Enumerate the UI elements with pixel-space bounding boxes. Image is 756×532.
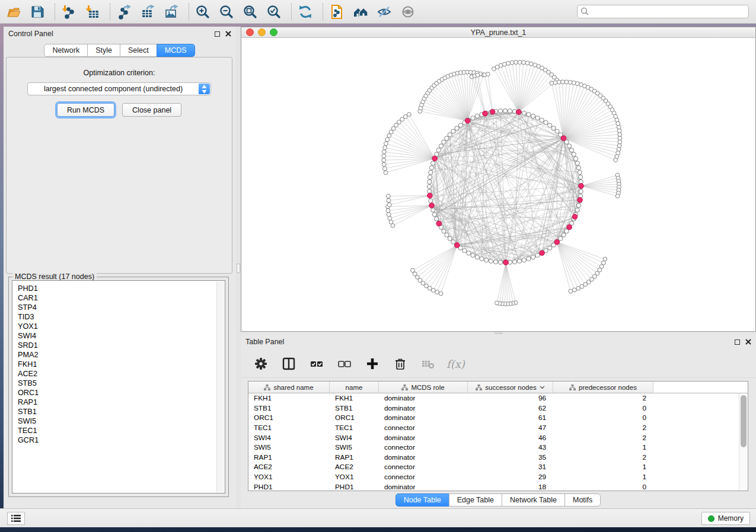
cell-successor-nodes: 96	[468, 394, 553, 402]
export-network-icon[interactable]	[116, 4, 132, 20]
mcds-result-item[interactable]: PMA2	[18, 350, 225, 360]
optimization-criterion-label: Optimization criterion:	[7, 69, 232, 77]
control-panel: Control Panel NetworkStyleSelectMCDS Opt…	[4, 27, 236, 508]
cell-successor-nodes: 35	[468, 453, 553, 462]
table-scrollbar-thumb[interactable]	[741, 395, 747, 447]
mcds-result-item[interactable]: STB1	[18, 407, 225, 416]
document-network-icon[interactable]	[329, 4, 344, 20]
mcds-result-item[interactable]: GCR1	[18, 435, 225, 445]
table-row[interactable]: FKH1FKH1dominator962	[248, 393, 748, 403]
export-image-icon[interactable]	[164, 4, 179, 20]
eye-slash-icon[interactable]	[377, 4, 392, 20]
main-toolbar	[0, 0, 756, 24]
floppy-save-icon[interactable]	[30, 4, 45, 20]
list-icon	[11, 514, 21, 523]
splitter-grip[interactable]	[237, 264, 240, 273]
search-input[interactable]	[577, 5, 749, 18]
cell-name: YOX1	[330, 473, 379, 481]
cell-MCDS-role: connector	[379, 424, 468, 432]
memory-button[interactable]: Memory	[701, 512, 750, 525]
tab-network[interactable]: Network	[44, 44, 88, 57]
network-window-titlebar[interactable]: YPA_prune.txt_1	[241, 27, 755, 38]
mcds-result-item[interactable]: STB5	[18, 379, 225, 388]
criterion-dropdown[interactable]: largest connected component (undirected)	[27, 82, 211, 95]
add-column-icon[interactable]	[365, 357, 379, 371]
horizontal-splitter[interactable]	[241, 332, 756, 335]
mcds-result-item[interactable]: ACE2	[18, 369, 225, 379]
tab-motifs[interactable]: Motifs	[564, 493, 601, 507]
tab-node-table[interactable]: Node Table	[395, 493, 449, 507]
cell-MCDS-role: dominator	[379, 434, 468, 442]
zoom-in-icon[interactable]	[195, 4, 210, 20]
table-row[interactable]: ORC1ORC1dominator610	[248, 413, 748, 423]
column-layout-icon[interactable]	[282, 357, 296, 371]
houses-icon[interactable]	[353, 4, 368, 20]
control-panel-tabs: NetworkStyleSelectMCDS	[4, 44, 236, 57]
table-row[interactable]: TEC1TEC1connector472	[248, 423, 748, 433]
zoom-fit-icon[interactable]	[243, 4, 258, 20]
table-row[interactable]: YOX1YOX1connector291	[248, 472, 748, 482]
column-header-shared-name[interactable]: shared name	[248, 382, 330, 393]
column-header-successor-nodes[interactable]: successor nodes	[468, 382, 553, 393]
trash-icon[interactable]	[393, 357, 407, 371]
cell-successor-nodes: 46	[468, 434, 553, 442]
float-panel-icon[interactable]	[215, 31, 220, 37]
zoom-selected-icon[interactable]	[266, 4, 282, 20]
mcds-result-list[interactable]: PHD1CAR1STP4TID3YOX1SWI4SRD1PMA2FKH1ACE2…	[12, 280, 225, 493]
panel-list-button[interactable]	[7, 512, 25, 525]
network-graph[interactable]	[241, 38, 755, 331]
folder-open-icon[interactable]	[6, 4, 21, 20]
table-scrollbar[interactable]	[739, 394, 748, 491]
table-row[interactable]: SWI5SWI5connector431	[248, 443, 748, 453]
gear-icon[interactable]	[254, 357, 268, 371]
close-panel-icon[interactable]	[225, 31, 231, 37]
tab-mcds[interactable]: MCDS	[157, 44, 195, 57]
tab-style[interactable]: Style	[87, 44, 120, 57]
close-panel-icon[interactable]	[745, 339, 751, 345]
mcds-result-item[interactable]: RAP1	[18, 398, 225, 407]
column-header-name[interactable]: name	[330, 382, 379, 393]
run-mcds-button[interactable]: Run MCDS	[57, 103, 114, 117]
table-row[interactable]: SWI4SWI4dominator462	[248, 432, 748, 443]
table-row[interactable]: STB1STB1dominator620	[248, 403, 748, 414]
mcds-result-item[interactable]: ORC1	[18, 388, 225, 398]
tab-network-table[interactable]: Network Table	[502, 493, 565, 507]
mcds-list-scrollbar[interactable]	[216, 281, 224, 492]
memory-label: Memory	[718, 514, 744, 523]
toolbar-separator	[189, 4, 189, 20]
deselect-all-icon[interactable]	[337, 357, 352, 371]
splitter-grip[interactable]	[495, 332, 503, 334]
mcds-result-item[interactable]: PHD1	[18, 284, 225, 293]
column-header-predecessor-nodes[interactable]: predecessor nodes	[553, 382, 653, 393]
mcds-result-item[interactable]: TEC1	[18, 426, 225, 435]
cell-MCDS-role: dominator	[379, 394, 468, 402]
mcds-result-item[interactable]: YOX1	[18, 322, 225, 331]
import-table-icon[interactable]	[85, 4, 100, 20]
mcds-result-item[interactable]: STP4	[18, 303, 225, 312]
mcds-result-item[interactable]: SWI4	[18, 331, 225, 341]
float-panel-icon[interactable]	[735, 339, 740, 345]
mcds-result-item[interactable]: TID3	[18, 312, 225, 322]
close-panel-button[interactable]: Close panel	[122, 103, 181, 117]
mcds-result-item[interactable]: SWI5	[18, 416, 225, 426]
table-row[interactable]: RAP1RAP1dominator352	[248, 453, 748, 463]
mcds-result-item[interactable]: FKH1	[18, 360, 225, 369]
table-row[interactable]: PHD1PHD1dominator180	[248, 482, 748, 491]
table-row[interactable]: ACE2ACE2connector311	[248, 462, 748, 472]
column-header-MCDS-role[interactable]: MCDS role	[379, 382, 468, 393]
mcds-result-item[interactable]: SRD1	[18, 341, 225, 350]
cell-predecessor-nodes: 0	[553, 414, 653, 422]
tab-select[interactable]: Select	[120, 44, 157, 57]
eye-icon[interactable]	[400, 4, 416, 20]
import-network-icon[interactable]	[61, 4, 76, 20]
export-table-icon[interactable]	[140, 4, 155, 20]
network-canvas[interactable]	[241, 38, 755, 331]
mcds-result-item[interactable]: CAR1	[18, 293, 225, 303]
zoom-out-icon[interactable]	[219, 4, 234, 20]
tab-edge-table[interactable]: Edge Table	[449, 493, 502, 507]
refresh-icon[interactable]	[298, 4, 313, 20]
table-panel: Table Panel f(x) shared namenameMCDS rol…	[241, 335, 756, 508]
mcds-result-group: MCDS result (17 nodes) PHD1CAR1STP4TID3Y…	[8, 277, 229, 497]
select-all-icon[interactable]	[310, 357, 324, 371]
vertical-splitter[interactable]	[236, 27, 241, 508]
